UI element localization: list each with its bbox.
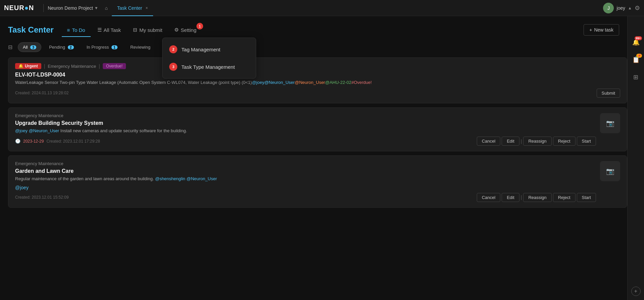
task-type-management-item[interactable]: 3 Task Type Management (163, 58, 256, 76)
mention-neuron: @Neuron_User (29, 128, 60, 133)
task-category: Emergency Maintenance (15, 161, 596, 166)
filter-all-badge: 3 (30, 45, 36, 49)
mention-joey: @joey (15, 128, 28, 133)
task-created: Created: 2024.01.13 19:28:02 (15, 91, 68, 95)
mysubmit-label: My submit (139, 27, 162, 33)
tab-alltask[interactable]: ☰ All Task (92, 24, 126, 36)
desc-plain: WaterLeakage Sensor Two-pin Type Water L… (15, 80, 252, 85)
grid-icon-btn[interactable]: ⊞ (630, 71, 642, 83)
task-text: Emergency Maintenance Upgrade Building S… (15, 113, 596, 146)
hash-ahu: @AHU-22-02 (325, 80, 351, 85)
start-button[interactable]: Start (577, 193, 596, 202)
app-logo: NEUR●N (4, 4, 34, 12)
page-title: Task Center (8, 25, 54, 35)
todo-label: To Do (72, 27, 85, 33)
reassign-button[interactable]: Reassign (523, 193, 551, 202)
tab-close-icon[interactable]: × (145, 6, 148, 10)
reassign-button[interactable]: Reassign (523, 137, 551, 146)
reject-button[interactable]: Reject (553, 137, 576, 146)
task-center-tab[interactable]: Task Center × (112, 0, 153, 16)
reject-button[interactable]: Reject (553, 193, 576, 202)
mysubmit-icon: ⊟ (133, 27, 137, 33)
plus-icon: + (589, 27, 592, 33)
header-sep2: | (99, 63, 100, 69)
task-description: @joey @Neuron_User Install new cameras a… (15, 128, 596, 134)
tab-todo[interactable]: ≡ To Do (62, 24, 91, 36)
edit-button[interactable]: Edit (502, 193, 519, 202)
filter-inprogress-badge: 1 (111, 45, 118, 49)
cancel-button[interactable]: Cancel (477, 137, 500, 146)
task-created: Created: 2023.12.01 17:29:28 (46, 139, 100, 144)
task-card-garden: Emergency Maintenance Garden and Lawn Ca… (8, 155, 627, 208)
user-chevron-icon: ▲ (628, 6, 632, 10)
project-selector[interactable]: Neuron Demo Project ▼ (48, 5, 98, 11)
task-created: Created: 2023.12.01 15:52:09 (15, 195, 68, 200)
topbar-right: J joey ▲ ⚙ (603, 3, 644, 13)
new-task-label: New task (594, 27, 613, 33)
task-center-header: Task Center ≡ To Do ☰ All Task ⊟ (8, 24, 627, 36)
setting-label: Setting (181, 27, 196, 33)
filter-icon: ⊟ (8, 44, 12, 50)
alltask-icon: ☰ (97, 27, 102, 33)
home-button[interactable]: ⌂ (101, 3, 112, 13)
bell-icon: 🔔 (18, 64, 24, 68)
setting-dropdown: 2 Tag Management 3 Task Type Management (162, 38, 256, 79)
project-chevron-icon: ▼ (94, 6, 98, 10)
gear-icon[interactable]: ⚙ (635, 4, 640, 12)
bookmark-icon-btn[interactable]: 📋 📌 (630, 54, 642, 66)
todo-icon: ≡ (67, 27, 70, 33)
topbar: NEUR●N Neuron Demo Project ▼ ⌂ Task Cent… (0, 0, 644, 16)
tab-label: Task Center (117, 5, 142, 11)
task-thumbnail: 📷 (600, 161, 620, 181)
topbar-divider (43, 4, 44, 12)
filter-tabs: ⊟ All 3 Pending 2 In Progress 1 Reviewin… (8, 42, 627, 52)
task-card-urgent: 🔔 Urgent | Emergency Maintenance | Overd… (8, 57, 627, 103)
edit-button[interactable]: Edit (502, 137, 519, 146)
notification-icon-btn[interactable]: 🔔 99+ (630, 36, 642, 48)
center-content: Task Center ≡ To Do ☰ All Task ⊟ (0, 16, 627, 300)
mention-joey: @joey (15, 185, 29, 190)
mention-neuron2: @Neuron_User (295, 80, 325, 85)
notification-count-badge: 99+ (635, 36, 642, 40)
add-widget-button[interactable]: + (631, 287, 641, 296)
user-name-label: joey (616, 5, 625, 11)
tab-mysubmit[interactable]: ⊟ My submit (128, 24, 168, 36)
plus-icon: + (634, 288, 637, 294)
mention-joey: @joey (252, 80, 264, 85)
task-body: Emergency Maintenance Garden and Lawn Ca… (15, 161, 620, 202)
date-overdue: 2023-12-29 (23, 139, 44, 144)
image-icon: 📷 (606, 119, 614, 127)
cancel-button[interactable]: Cancel (477, 193, 500, 202)
header-sep: | (44, 63, 45, 69)
submit-button[interactable]: Submit (597, 89, 620, 98)
filter-reviewing[interactable]: Reviewing (125, 42, 155, 52)
task-actions: Cancel Edit | Reassign Reject Start (477, 137, 596, 146)
overdue-badge: Overdue! (103, 63, 126, 69)
setting-icon: ⚙ (174, 27, 179, 33)
tag-management-label: Tag Management (181, 47, 220, 52)
task-description: WaterLeakage Sensor Two-pin Type Water L… (15, 79, 620, 86)
filter-inprogress[interactable]: In Progress 1 (82, 42, 123, 52)
filter-all[interactable]: All 3 (18, 42, 41, 52)
filter-pending[interactable]: Pending 2 (44, 42, 79, 52)
bookmark-badge: 📌 (636, 54, 642, 58)
start-button[interactable]: Start (577, 137, 596, 146)
filter-pending-label: Pending (49, 45, 65, 50)
separator: | (521, 139, 522, 144)
tag-management-item[interactable]: 2 Tag Management (163, 41, 256, 58)
task-type-badge: 3 (169, 63, 177, 71)
avatar: J (603, 3, 614, 13)
nav-tabs: ≡ To Do ☰ All Task ⊟ My submit (62, 24, 202, 36)
task-category: Emergency Maintenance (15, 113, 596, 118)
task-body: Emergency Maintenance Upgrade Building S… (15, 113, 620, 146)
tag-management-badge: 2 (169, 45, 177, 53)
setting-tab-container: ⚙ Setting 1 2 Tag Management 3 (169, 24, 202, 36)
task-category: Emergency Maintenance (48, 64, 96, 69)
mention-neuron: @Neuron_User (186, 176, 217, 181)
tab-setting[interactable]: ⚙ Setting 1 (169, 24, 202, 36)
desc-text: Install new cameras and update security … (60, 128, 187, 133)
urgent-badge: 🔔 Urgent (15, 63, 41, 69)
new-task-button[interactable]: + New task (584, 24, 619, 36)
mention-shenshenglin: @shenshenglin (155, 176, 185, 181)
alltask-label: All Task (104, 27, 121, 33)
